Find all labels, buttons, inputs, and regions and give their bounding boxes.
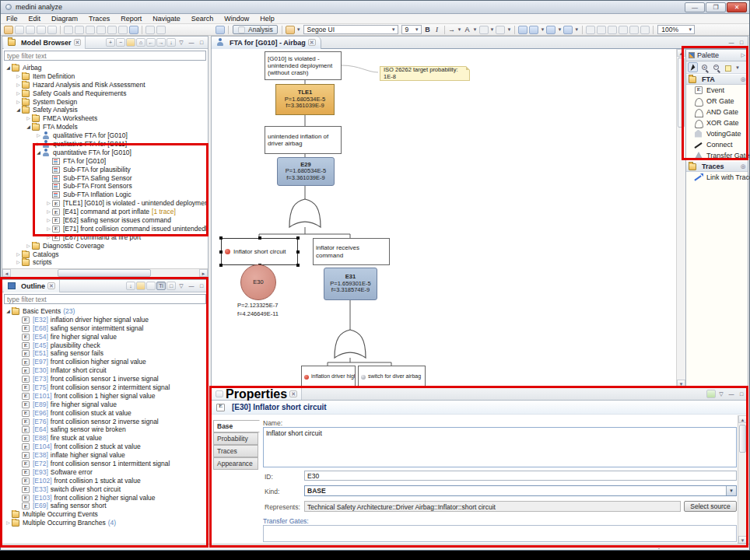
tree-item[interactable]: FMEA Worksheets [2,114,208,123]
selection-handle[interactable] [296,264,300,267]
tree-item[interactable]: [E75] front collision sensor 2 intermitt… [2,383,208,392]
expander-icon[interactable] [15,250,22,259]
font-size-combo[interactable]: 9 ▼ [401,25,422,34]
open-in-editor-icon[interactable] [706,390,716,398]
restore-button[interactable]: ❐ [706,2,726,12]
name-field[interactable]: Inflator short circuit [263,427,737,467]
line-style-dropdown[interactable]: ▼ [457,27,462,32]
ruler-icon[interactable] [629,26,639,34]
view-menu-icon[interactable]: ▽ [177,38,186,47]
tree-item[interactable]: qualitative FTA for [G010] [2,131,208,140]
snap-icon[interactable] [608,26,617,34]
outline-tab[interactable]: Outline ✕ [4,280,60,292]
tree-item[interactable]: Basic Events (23) [2,307,208,316]
export-icon[interactable] [47,26,57,34]
box-inflation-driver-higher[interactable]: inflation driver higher [301,366,356,387]
expander-icon[interactable] [45,225,52,233]
fill-color-icon[interactable] [479,26,489,34]
expander-icon[interactable] [15,81,22,89]
expander-icon[interactable] [15,258,22,267]
represents-field[interactable]: Technical Safety Architecture::Driver Ai… [304,501,681,512]
expander-icon[interactable] [5,519,12,527]
sort-icon[interactable]: ↓ [166,38,176,47]
tree-item[interactable]: Sub-FTA Safing Sensor [2,174,208,183]
table-icon[interactable] [107,26,117,34]
menu-item[interactable]: Edit [23,14,47,24]
print-icon[interactable] [37,26,46,34]
close-icon[interactable]: ✕ [47,282,55,289]
note-tool[interactable] [723,62,733,72]
canvas-vscrollbar[interactable]: ▲ ▼ [676,49,685,387]
palette-item[interactable]: Transfer Gate [686,150,748,161]
selection-handle[interactable] [258,236,261,240]
editor-tab[interactable]: FTA for [G010] - Airbag ✕ [212,37,321,49]
undo-icon[interactable] [75,26,84,34]
expander-icon[interactable] [15,89,22,98]
menu-item[interactable]: Search [186,14,219,24]
palette-item[interactable]: VotingGate [686,128,748,139]
collapse-all-icon[interactable]: − [116,38,125,47]
tree-item[interactable]: [E97] front collision higher signal valu… [2,358,208,366]
expander-icon[interactable] [5,64,12,72]
tree-item[interactable]: [E64] safing sensor wire broken [2,425,208,434]
expander-icon[interactable] [35,149,42,157]
expander-icon[interactable] [45,233,52,242]
kind-combo[interactable]: BASE ▼ [304,485,737,496]
tree-item[interactable]: Safety Goals and Requirements [2,89,208,98]
distribute-dropdown[interactable]: ▼ [574,27,579,32]
expander-icon[interactable] [45,208,52,216]
palette-item[interactable]: XOR Gate [686,117,748,128]
font-family-combo[interactable]: Segoe UI ▼ [303,25,398,34]
line-color-icon[interactable] [496,26,505,34]
tree-item[interactable]: [E33] switch diver short circuit [2,485,208,494]
menu-item[interactable]: Help [254,14,280,24]
or-gate-1[interactable] [289,199,321,227]
zoom-combo[interactable]: 100% ▼ [657,25,695,34]
minimize-view-icon[interactable]: — [187,38,196,47]
palette-drawer-fta[interactable]: FTA ◎ [686,74,748,85]
connector-icon[interactable] [586,26,595,34]
tree-item[interactable]: Airbag [2,64,208,72]
tree-item[interactable]: [E30] Inflator short circuit [2,366,208,375]
model-browser-filter-input[interactable] [4,51,206,61]
tree-item[interactable]: qualitative FTA for [G011] [2,140,208,149]
comment-icon[interactable] [64,26,73,34]
selection-handle[interactable] [296,236,300,240]
tree-item[interactable]: [E104] front collision 2 stuck at value [2,443,208,451]
palette-item[interactable]: AND Gate [686,107,748,117]
scroll-thumb[interactable] [58,269,151,277]
menu-item[interactable]: Traces [83,14,115,24]
zoom-in-tool[interactable]: + [699,62,710,72]
fill-color-dropdown[interactable]: ▼ [490,27,495,32]
expand-all-icon[interactable]: + [106,38,115,47]
font-color-button[interactable]: A [463,26,472,33]
tree-item[interactable]: [E73] front collision sensor 1 inverse s… [2,375,208,383]
tree-item[interactable]: [E51] safing sensor fails [2,349,208,358]
grid-icon[interactable] [118,26,128,34]
menu-item[interactable]: Report [115,14,147,24]
report-icon[interactable] [129,26,138,34]
maximize-view-icon[interactable]: □ [197,38,206,47]
italic-button[interactable]: I [433,26,442,33]
menu-item[interactable]: Window [219,14,254,24]
combo-arrow-icon[interactable]: ▼ [726,486,736,495]
maximize-view-icon[interactable]: □ [197,282,206,290]
expander-icon[interactable] [25,114,32,123]
filter-types-icon[interactable] [146,282,156,290]
description-box-unintended-inflation[interactable]: unintended inflation of driver airbag [265,126,342,154]
redo-icon[interactable] [86,26,95,34]
tree-item[interactable]: [E88] fire stuck at value [2,434,208,443]
perspective-icon[interactable] [216,26,225,34]
properties-vscrollbar[interactable]: ▲ ▼ [738,415,747,544]
palette-header[interactable]: Palette ▷ [686,50,748,61]
tree-item[interactable]: [E102] front collision 1 stuck at value [2,477,208,485]
select-source-button[interactable]: Select source [684,501,737,512]
close-icon[interactable]: ✕ [74,39,82,46]
selection-handle[interactable] [219,236,223,240]
expander-icon[interactable] [35,140,42,149]
back-icon[interactable]: ← [146,38,156,47]
minimize-view-icon[interactable]: — [727,38,736,47]
bold-button[interactable]: B [423,26,433,33]
palette-drawer-traces[interactable]: Traces ◎ [686,161,748,172]
pin-drawer-icon[interactable]: ◎ [741,163,745,170]
